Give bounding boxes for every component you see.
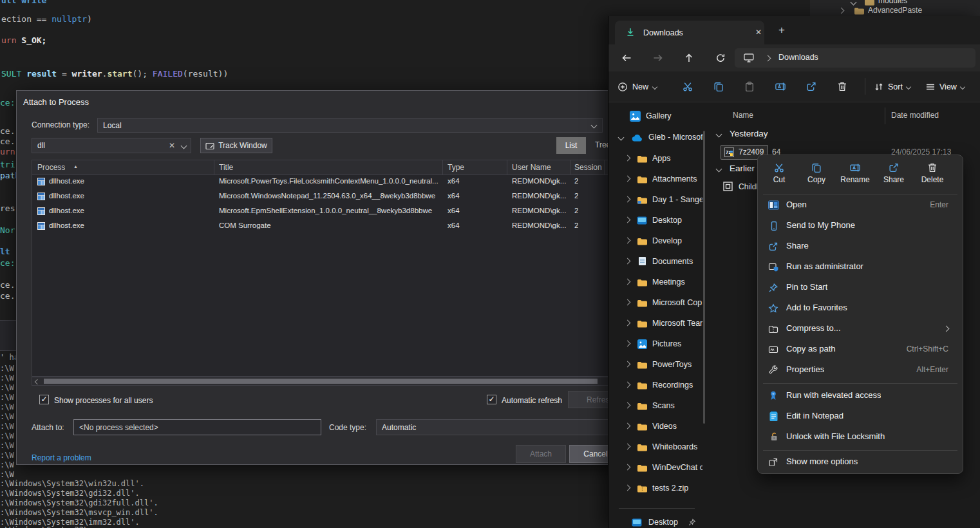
chevron-right-icon[interactable] [625,485,631,491]
column-header-user[interactable]: User Name [512,163,551,172]
forward-icon[interactable] [652,53,663,63]
delete-icon[interactable] [836,81,848,92]
sidebar-item-desktop[interactable]: Desktop [608,211,708,229]
chevron-right-icon[interactable] [625,341,631,347]
column-header-name[interactable]: Name [733,111,753,120]
menu-item-edit-in-notepad[interactable]: Edit in Notepad [760,406,960,427]
rename-icon[interactable] [775,81,786,92]
this-pc-icon[interactable] [744,53,754,62]
sidebar-item-whiteboards[interactable]: Whiteboards [608,438,708,456]
column-separator[interactable] [442,160,443,174]
scrollbar-thumb[interactable] [44,379,598,384]
menu-command-copy[interactable]: Copy [802,160,831,191]
attach-button[interactable]: Attach [516,445,566,463]
sidebar-item-scans[interactable]: Scans [608,397,708,415]
menu-item-copy-as-path[interactable]: Copy as path Ctrl+Shift+C [760,339,960,360]
breadcrumb-downloads[interactable]: Downloads [778,53,818,62]
table-row[interactable]: dllhost.exe Microsoft.EpmShellExtension_… [32,204,619,219]
table-row[interactable]: dllhost.exe COM Surrogate x64 REDMOND\gk… [32,219,619,234]
menu-item-pin-to-start[interactable]: Pin to Start [760,278,960,298]
sidebar-item-microsoft-teams[interactable]: Microsoft Tear [608,314,708,332]
connection-type-dropdown[interactable]: Local [97,118,603,133]
sidebar-item-apps[interactable]: Apps [608,149,708,167]
share-icon[interactable] [806,81,817,92]
chevron-right-icon[interactable] [625,279,631,285]
sidebar-item-onedrive[interactable]: Gleb - Microsoft [608,129,708,146]
sidebar-item-meetings[interactable]: Meetings [608,273,708,291]
sidebar-item-pinned-desktop[interactable]: Desktop [608,516,708,528]
refresh-icon[interactable] [715,53,726,63]
address-bar[interactable]: Downloads [735,48,975,68]
sidebar-item-day1[interactable]: Day 1 - Sangee [608,191,708,209]
breadcrumb-chevron-icon[interactable] [765,55,771,62]
tree-item-advancedpaste[interactable]: AdvancedPaste [810,5,980,17]
chevron-right-icon[interactable] [625,217,631,223]
report-a-problem-link[interactable]: Report a problem [32,453,91,462]
chevron-down-icon[interactable] [716,131,722,138]
list-view-button[interactable]: List [556,137,586,154]
menu-item-run-as-administrator[interactable]: Run as administrator [760,257,960,278]
new-button[interactable]: New [617,78,669,96]
chevron-down-icon[interactable] [591,122,598,129]
column-separator[interactable] [507,160,507,174]
menu-item-compress-to[interactable]: Compress to... [760,319,960,339]
menu-item-open[interactable]: Open Enter [760,195,960,216]
chevron-right-icon[interactable] [625,238,631,244]
sidebar-item-gallery[interactable]: Gallery [608,108,708,125]
menu-item-unlock-file-locksmith[interactable]: Unlock with File Locksmith [760,427,960,448]
column-header-title[interactable]: Title [219,163,233,172]
attach-to-field[interactable]: <No process selected> [73,419,321,435]
table-row[interactable]: dllhost.exe Microsoft.PowerToys.FileLock… [32,174,619,189]
clear-filter-icon[interactable]: ✕ [169,141,175,150]
menu-command-share[interactable]: Share [879,160,909,191]
track-window-button[interactable]: Track Window [200,138,272,153]
show-all-users-checkbox[interactable]: ✓ [39,395,49,404]
column-header-session[interactable]: Session [574,163,602,172]
chevron-right-icon[interactable] [625,258,631,265]
sidebar-item-documents[interactable]: Documents [608,252,708,270]
chevron-right-icon[interactable] [625,155,631,162]
sidebar-item-recordings[interactable]: Recordings [608,376,708,394]
column-header-type[interactable]: Type [448,163,464,172]
sidebar-item-attachments[interactable]: Attachments [608,170,708,188]
sidebar-item-powertoys[interactable]: PowerToys [608,355,708,373]
tab-downloads[interactable]: Downloads ✕ [615,21,764,44]
menu-item-share[interactable]: Share [760,236,960,257]
menu-item-properties[interactable]: Properties Alt+Enter [760,360,960,381]
column-separator[interactable] [604,160,605,174]
chevron-down-icon[interactable] [716,166,722,173]
chevron-down-icon[interactable] [181,143,187,149]
sidebar-item-microsoft-copilot[interactable]: Microsoft Cop [608,294,708,312]
chevron-right-icon[interactable] [625,444,631,450]
file-column-separator[interactable] [885,108,885,124]
scroll-left-arrow-icon[interactable] [35,379,40,384]
code-type-field[interactable]: Automatic [376,419,635,435]
menu-item-add-to-favorites[interactable]: Add to Favorites [760,298,960,319]
process-filter-input[interactable]: dll ✕ [32,138,191,153]
sidebar-scrollbar[interactable] [703,131,705,424]
menu-item-run-elevated[interactable]: Run with elevated access [760,386,960,406]
sort-button[interactable]: Sort [874,78,910,96]
chevron-right-icon[interactable] [625,299,631,306]
sidebar-item-pictures[interactable]: Pictures [608,335,708,353]
chevron-right-icon[interactable] [625,423,631,429]
table-row[interactable]: dllhost.exe Microsoft.WindowsNotepad_11.… [32,189,619,204]
chevron-down-icon[interactable] [618,135,625,141]
column-separator[interactable] [570,160,570,174]
automatic-refresh-checkbox[interactable]: ✓ [487,395,496,404]
chevron-right-icon[interactable] [838,8,845,14]
menu-item-send-to-my-phone[interactable]: Send to My Phone [760,216,960,236]
menu-item-show-more-options[interactable]: Show more options [760,452,960,473]
chevron-right-icon[interactable] [625,320,631,326]
menu-command-rename[interactable]: Rename [838,160,872,191]
column-separator[interactable] [214,160,214,174]
table-horizontal-scrollbar[interactable] [32,377,619,386]
up-icon[interactable] [684,53,694,63]
chevron-right-icon[interactable] [625,361,631,368]
back-icon[interactable] [621,53,632,63]
menu-command-cut[interactable]: Cut [764,160,794,191]
sidebar-item-develop[interactable]: Develop [608,232,708,250]
chevron-right-icon[interactable] [625,196,631,203]
column-header-date-modified[interactable]: Date modified [891,111,939,120]
tab-close-icon[interactable]: ✕ [755,28,762,37]
